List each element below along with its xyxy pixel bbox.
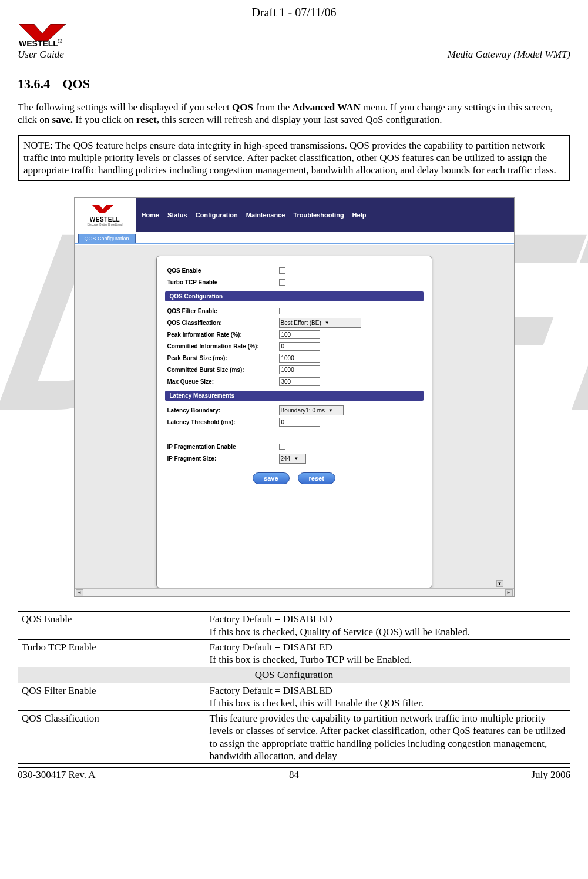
def-desc: Factory Default = DISABLED If this box i…	[206, 683, 570, 711]
label-qos-classification: QOS Classification:	[167, 320, 279, 326]
def-label: QOS Classification	[18, 711, 206, 764]
input-committed-info-rate[interactable]	[279, 342, 320, 351]
button-row: save reset	[167, 472, 421, 484]
intro-text: this screen will refresh and display you…	[159, 114, 442, 125]
select-qos-classification[interactable]: Best Effort (BE)▼	[279, 318, 361, 328]
table-row: QOS Classification This feature provides…	[18, 711, 570, 764]
label-peak-burst: Peak Burst Size (ms):	[167, 355, 279, 361]
row-qos-classification: QOS Classification: Best Effort (BE)▼	[167, 317, 421, 328]
input-max-queue[interactable]	[279, 377, 320, 386]
checkbox-qos-enable[interactable]	[279, 267, 285, 274]
westell-logo-icon: WESTELL R	[18, 23, 76, 48]
logo-block: WESTELL R User Guide	[18, 23, 76, 61]
section-qos-config: QOS Configuration	[165, 291, 424, 301]
def-desc: This feature provides the capability to …	[206, 711, 570, 764]
nav-status[interactable]: Status	[167, 212, 187, 219]
label-ip-frag-size: IP Fragment Size:	[167, 455, 279, 462]
select-value: 244	[281, 455, 291, 462]
input-peak-info-rate[interactable]	[279, 330, 320, 339]
row-committed-burst: Committed Burst Size (ms):	[167, 364, 421, 375]
row-peak-info-rate: Peak Information Rate (%):	[167, 328, 421, 340]
model-label: Media Gateway (Model WMT)	[448, 49, 570, 61]
input-latency-threshold[interactable]	[279, 418, 320, 427]
footer-right: July 2006	[531, 769, 570, 781]
table-section-header: QOS Configuration	[18, 667, 570, 683]
ss-tab-row: QOS Configuration	[75, 232, 514, 243]
row-qos-filter: QOS Filter Enable	[167, 305, 421, 317]
def-label: QOS Filter Enable	[18, 683, 206, 711]
input-peak-burst[interactable]	[279, 354, 320, 363]
table-row: Turbo TCP Enable Factory Default = DISAB…	[18, 639, 570, 667]
section-name: QOS	[63, 76, 90, 91]
intro-bold: QOS	[232, 102, 253, 113]
ss-topbar: WESTELL Discover Better Broadband Home S…	[75, 198, 514, 232]
label-max-queue: Max Queue Size:	[167, 378, 279, 385]
save-button[interactable]: save	[253, 472, 289, 484]
user-guide-label: User Guide	[18, 49, 64, 61]
nav-troubleshooting[interactable]: Troubleshooting	[293, 212, 344, 219]
def-label: Turbo TCP Enable	[18, 639, 206, 667]
checkbox-turbo-tcp[interactable]	[279, 279, 285, 286]
page-number: 84	[289, 769, 299, 781]
tab-qos-configuration[interactable]: QOS Configuration	[78, 234, 136, 243]
scroll-left-icon[interactable]: ◄	[76, 589, 83, 596]
intro-paragraph: The following settings will be displayed…	[18, 101, 570, 126]
scroll-right-icon[interactable]: ►	[505, 589, 513, 596]
table-row: QOS Filter Enable Factory Default = DISA…	[18, 683, 570, 711]
svg-text:WESTELL: WESTELL	[19, 39, 58, 48]
label-latency-boundary: Latency Boundary:	[167, 407, 279, 414]
label-latency-threshold: Latency Threshold (ms):	[167, 419, 279, 425]
label-qos-enable: QOS Enable	[167, 267, 279, 274]
section-title: 13.6.4 QOS	[18, 76, 570, 92]
westell-mini-logo-icon	[91, 204, 119, 216]
ss-tab-strip	[75, 243, 514, 244]
row-ip-frag-enable: IP Fragmentation Enable	[167, 441, 421, 452]
row-peak-burst: Peak Burst Size (ms):	[167, 352, 421, 364]
def-section-hdr: QOS Configuration	[18, 667, 570, 683]
intro-bold: save.	[52, 114, 73, 125]
row-latency-boundary: Latency Boundary: Boundary1: 0 ms▼	[167, 404, 421, 416]
intro-text: The following settings will be displayed…	[18, 102, 232, 113]
intro-bold: reset,	[136, 114, 159, 125]
nav-maintenance[interactable]: Maintenance	[246, 212, 285, 219]
select-value: Boundary1: 0 ms	[281, 407, 325, 414]
select-value: Best Effort (BE)	[281, 320, 321, 326]
label-committed-info-rate: Committed Information Rate (%):	[167, 343, 279, 350]
row-latency-threshold: Latency Threshold (ms):	[167, 416, 421, 428]
scroll-down-icon[interactable]: ▼	[496, 580, 503, 587]
section-number: 13.6.4	[18, 76, 50, 91]
label-peak-info-rate: Peak Information Rate (%):	[167, 331, 279, 338]
select-ip-frag-size[interactable]: 244▼	[279, 454, 306, 464]
def-label: QOS Enable	[18, 612, 206, 640]
table-row: QOS Enable Factory Default = DISABLED If…	[18, 612, 570, 640]
intro-text: from the	[253, 102, 293, 113]
ss-logo-text: WESTELL	[90, 216, 120, 223]
intro-bold: Advanced WAN	[292, 102, 360, 113]
label-turbo-tcp: Turbo TCP Enable	[167, 279, 279, 286]
row-max-queue: Max Queue Size:	[167, 375, 421, 387]
ss-logo: WESTELL Discover Better Broadband	[75, 198, 136, 232]
screenshot-frame: WESTELL Discover Better Broadband Home S…	[74, 197, 515, 597]
draft-header: Draft 1 - 07/11/06	[18, 6, 570, 19]
reset-button[interactable]: reset	[298, 472, 335, 484]
checkbox-qos-filter[interactable]	[279, 308, 285, 314]
page-footer: 030-300417 Rev. A 84 July 2006	[18, 767, 570, 781]
note-box: NOTE: The QOS feature helps ensure data …	[18, 135, 570, 182]
select-latency-boundary[interactable]: Boundary1: 0 ms▼	[279, 405, 344, 415]
def-desc: Factory Default = DISABLED If this box i…	[206, 639, 570, 667]
label-qos-filter: QOS Filter Enable	[167, 308, 279, 314]
nav-home[interactable]: Home	[142, 212, 160, 219]
ss-logo-tag: Discover Better Broadband	[87, 223, 122, 226]
row-qos-enable: QOS Enable	[167, 264, 421, 276]
checkbox-ip-frag[interactable]	[279, 444, 285, 450]
svg-text:R: R	[59, 40, 61, 43]
label-ip-frag-enable: IP Fragmentation Enable	[167, 444, 279, 450]
nav-help[interactable]: Help	[352, 212, 367, 219]
ss-panel: QOS Enable Turbo TCP Enable QOS Configur…	[156, 256, 432, 588]
input-committed-burst[interactable]	[279, 365, 320, 374]
footer-left: 030-300417 Rev. A	[18, 769, 96, 781]
scrollbar-horizontal[interactable]: ◄ ►	[75, 588, 514, 596]
nav-configuration[interactable]: Configuration	[196, 212, 238, 219]
ss-nav: Home Status Configuration Maintenance Tr…	[136, 198, 514, 232]
intro-text: If you click on	[73, 114, 136, 125]
